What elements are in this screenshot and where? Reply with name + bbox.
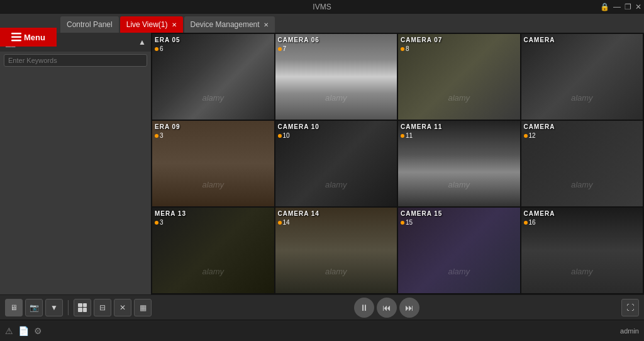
watermark: alamy	[325, 93, 347, 103]
camera-label: ERA 09	[155, 123, 180, 130]
camera-number: 3	[155, 132, 164, 139]
sidebar-content	[0, 69, 151, 294]
close-button[interactable]: ✕	[635, 3, 641, 11]
camera-cell[interactable]: CAMERA12alamy	[521, 121, 643, 206]
camera-number: 16	[524, 219, 536, 226]
camera-label: ERA 05	[155, 36, 180, 43]
camera-number: 11	[401, 132, 413, 139]
menu-label: Menu	[24, 33, 45, 42]
warning-icon[interactable]: ⚠	[5, 326, 13, 336]
tab-live-view[interactable]: Live View(1) ✕	[120, 16, 183, 33]
toolbar-separator	[68, 300, 69, 315]
watermark: alamy	[448, 180, 470, 189]
lock-icon[interactable]: 🔒	[600, 3, 609, 11]
layout-4-button[interactable]: ▦	[134, 299, 152, 316]
camera-label: MERA 13	[155, 210, 186, 217]
tab-device-management[interactable]: Device Management ✕	[184, 16, 275, 33]
prev-button[interactable]: ⏮	[377, 298, 397, 318]
camera-label: CAMERA	[524, 36, 555, 43]
collapse-chevron[interactable]: ▲	[138, 38, 146, 47]
camera-label: CAMERA	[524, 123, 555, 130]
camera-label: CAMERA 06	[278, 36, 319, 43]
tab-close-icon[interactable]: ✕	[172, 21, 177, 28]
camera-cell[interactable]: MERA 133alamy	[152, 208, 274, 293]
main-content: 📷 ▲ ERA 056alamyCAMERA 067alamyCAMERA 07…	[0, 33, 644, 294]
camera-cell[interactable]: ERA 056alamy	[152, 34, 274, 120]
camera-cell[interactable]: CAMERA 1111alamy	[398, 121, 520, 206]
camera-cell[interactable]: ERA 093alamy	[152, 121, 274, 206]
watermark: alamy	[202, 180, 224, 189]
tab-bar: Control Panel Live View(1) ✕ Device Mana…	[0, 14, 644, 33]
pause-button[interactable]: ⏸	[354, 298, 374, 318]
camera-number: 10	[278, 132, 290, 139]
title-bar: IVMS 🔒 — ❐ ✕	[0, 0, 644, 14]
tab-label: Control Panel	[67, 20, 113, 29]
tab-close-icon[interactable]: ✕	[264, 21, 269, 28]
playback-controls: ⏸ ⏮ ⏭	[354, 298, 419, 318]
svg-rect-1	[11, 36, 21, 38]
tab-label: Live View(1)	[126, 20, 168, 29]
camera-number: 14	[278, 219, 290, 226]
layout-x-button[interactable]: ✕	[114, 299, 131, 316]
minimize-button[interactable]: —	[613, 3, 621, 11]
settings-icon[interactable]: ⚙	[34, 326, 42, 336]
search-bar	[0, 52, 151, 69]
tab-label: Device Management	[191, 20, 260, 29]
layout-buttons: ⊟ ✕ ▦	[74, 299, 152, 316]
camera-grid: ERA 056alamyCAMERA 067alamyCAMERA 078ala…	[151, 33, 644, 294]
camera-number: 15	[401, 219, 413, 226]
watermark: alamy	[202, 267, 224, 276]
camera-label: CAMERA 11	[401, 123, 442, 130]
camera-list-button[interactable]: 📷	[25, 299, 43, 316]
camera-cell[interactable]: CAMERA 1515alamy	[398, 208, 520, 293]
fullscreen-button[interactable]: ⛶	[621, 299, 639, 316]
watermark: alamy	[325, 180, 347, 189]
watermark: alamy	[571, 267, 593, 276]
search-input[interactable]	[4, 54, 147, 67]
document-icon[interactable]: 📄	[18, 326, 29, 336]
camera-number: 3	[155, 219, 164, 226]
tab-control-panel[interactable]: Control Panel	[60, 16, 119, 33]
next-button[interactable]: ⏭	[399, 298, 419, 318]
camera-cell[interactable]: CAMERAalamy	[521, 34, 643, 120]
watermark: alamy	[202, 93, 224, 103]
dropdown-arrow[interactable]: ▼	[45, 299, 63, 316]
admin-label: admin	[620, 327, 639, 335]
grid-layout-button[interactable]	[74, 299, 91, 316]
status-bar: ⚠ 📄 ⚙ admin	[0, 320, 644, 341]
camera-label: CAMERA 14	[278, 210, 319, 217]
camera-label: CAMERA 10	[278, 123, 319, 130]
camera-cell[interactable]: CAMERA 067alamy	[275, 34, 397, 120]
bottom-toolbar: 🖥 📷 ▼ ⊟ ✕ ▦ ⏸ ⏮ ⏭ ⛶	[0, 294, 644, 320]
monitor-icon-button[interactable]: 🖥	[5, 299, 23, 316]
camera-label: CAMERA	[524, 210, 555, 217]
window-controls[interactable]: 🔒 — ❐ ✕	[600, 3, 641, 11]
menu-button[interactable]: Menu	[0, 28, 57, 47]
watermark: alamy	[448, 267, 470, 276]
camera-label: CAMERA 15	[401, 210, 442, 217]
camera-number: 8	[401, 45, 409, 52]
restore-button[interactable]: ❐	[625, 3, 631, 11]
camera-number: 7	[278, 45, 287, 52]
watermark: alamy	[448, 93, 470, 103]
svg-rect-2	[11, 40, 21, 42]
camera-cell[interactable]: CAMERA 1010alamy	[275, 121, 397, 206]
svg-rect-0	[11, 33, 21, 35]
camera-cell[interactable]: CAMERA 1414alamy	[275, 208, 397, 293]
camera-cell[interactable]: CAMERA 078alamy	[398, 34, 520, 120]
camera-number: 12	[524, 132, 536, 139]
app-title: IVMS	[313, 3, 331, 11]
watermark: alamy	[571, 93, 593, 103]
watermark: alamy	[571, 180, 593, 189]
camera-cell[interactable]: CAMERA16alamy	[521, 208, 643, 293]
watermark: alamy	[325, 267, 347, 276]
layout-2-button[interactable]: ⊟	[94, 299, 111, 316]
camera-label: CAMERA 07	[401, 36, 442, 43]
sidebar: 📷 ▲	[0, 33, 151, 294]
camera-number: 6	[155, 45, 164, 52]
